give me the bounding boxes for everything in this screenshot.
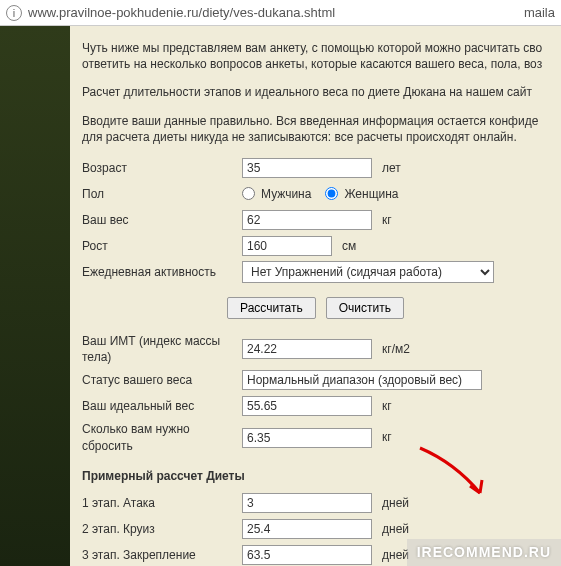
lose-output[interactable] — [242, 428, 372, 448]
diet-title: Примерный рассчет Диеты — [82, 468, 549, 484]
label-height: Рост — [82, 238, 242, 254]
label-weight: Ваш вес — [82, 212, 242, 228]
unit-cm: см — [342, 238, 356, 254]
activity-select[interactable]: Нет Упражнений (сидячая работа) — [242, 261, 494, 283]
info-icon[interactable]: i — [6, 5, 22, 21]
intro-p2: Расчет длительности этапов и идеального … — [82, 84, 549, 100]
age-input[interactable] — [242, 158, 372, 178]
input-form: Возраст лет Пол Мужчина Женщина Ваш вес … — [82, 157, 549, 566]
button-row: Рассчитать Очистить — [82, 297, 549, 319]
url-right-text: maila — [524, 5, 555, 20]
unit-kg: кг — [382, 212, 392, 228]
label-status: Статус вашего веса — [82, 372, 242, 388]
bmi-output[interactable] — [242, 339, 372, 359]
gender-radio-group: Мужчина Женщина — [242, 186, 409, 202]
url-bar: i www.pravilnoe-pokhudenie.ru/diety/ves-… — [0, 0, 561, 26]
label-ideal: Ваш идеальный вес — [82, 398, 242, 414]
label-age: Возраст — [82, 160, 242, 176]
label-stage1: 1 этап. Атака — [82, 495, 242, 511]
stage3-output[interactable] — [242, 545, 372, 565]
label-bmi: Ваш ИМТ (индекс массы тела) — [82, 333, 242, 365]
unit-days2: дней — [382, 521, 409, 537]
page-body: Чуть ниже мы представляем вам анкету, с … — [0, 26, 561, 566]
unit-days1: дней — [382, 495, 409, 511]
unit-years: лет — [382, 160, 401, 176]
intro-text: Чуть ниже мы представляем вам анкету, с … — [82, 40, 549, 145]
label-gender: Пол — [82, 186, 242, 202]
url-text[interactable]: www.pravilnoe-pokhudenie.ru/diety/ves-du… — [28, 5, 524, 20]
radio-female[interactable] — [325, 187, 338, 200]
clear-button[interactable]: Очистить — [326, 297, 404, 319]
label-activity: Ежедневная активность — [82, 264, 242, 280]
label-stage3: 3 этап. Закрепление — [82, 547, 242, 563]
ideal-output[interactable] — [242, 396, 372, 416]
sidebar — [0, 26, 70, 566]
stage2-output[interactable] — [242, 519, 372, 539]
watermark: IRECOMMEND.RU — [407, 539, 561, 566]
calc-button[interactable]: Рассчитать — [227, 297, 316, 319]
label-stage2: 2 этап. Круиз — [82, 521, 242, 537]
label-female: Женщина — [344, 186, 398, 202]
unit-kg2: кг — [382, 398, 392, 414]
height-input[interactable] — [242, 236, 332, 256]
unit-bmi: кг/м2 — [382, 341, 410, 357]
label-lose: Сколько вам нужно сбросить — [82, 421, 242, 453]
content-area: Чуть ниже мы представляем вам анкету, с … — [70, 26, 561, 566]
unit-days3: дней — [382, 547, 409, 563]
label-male: Мужчина — [261, 186, 311, 202]
radio-male[interactable] — [242, 187, 255, 200]
intro-p1: Чуть ниже мы представляем вам анкету, с … — [82, 40, 549, 72]
intro-p3: Вводите ваши данные правильно. Вся введе… — [82, 113, 549, 145]
stage1-output[interactable] — [242, 493, 372, 513]
weight-input[interactable] — [242, 210, 372, 230]
unit-kg3: кг — [382, 429, 392, 445]
status-output[interactable] — [242, 370, 482, 390]
